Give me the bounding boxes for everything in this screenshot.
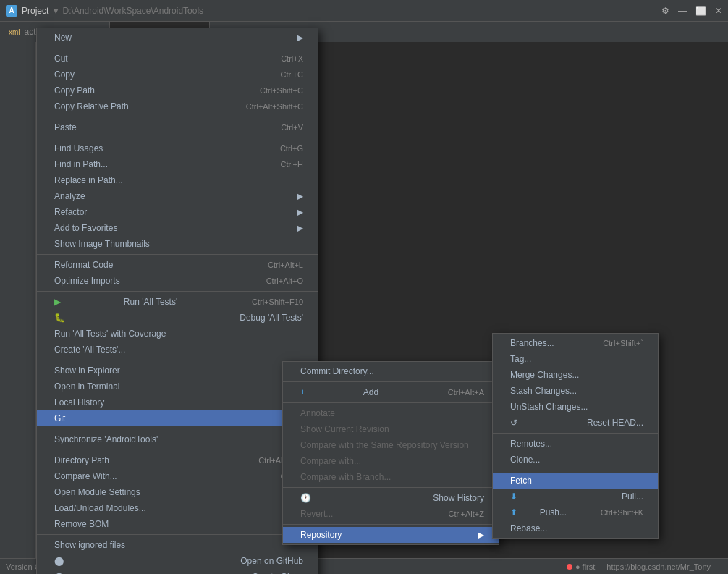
menu-item-copy-relative-path[interactable]: Copy Relative Path Ctrl+Alt+Shift+C xyxy=(37,98,318,114)
menu-item-find-in-path[interactable]: Find in Path... Ctrl+H xyxy=(37,156,318,172)
tab-xml-icon: xml xyxy=(9,28,20,36)
git-menu-show-history[interactable]: 🕐 Show History xyxy=(283,490,499,506)
menu-item-create-all-tests[interactable]: Create 'All Tests'... xyxy=(37,342,318,358)
git-menu-add[interactable]: + Add Ctrl+Alt+A xyxy=(283,384,499,400)
menu-item-debug-all-tests[interactable]: 🐛 Debug 'All Tests' xyxy=(37,310,318,326)
menu-item-new[interactable]: New ▶ xyxy=(37,30,318,46)
copy-path-shortcut: Ctrl+Shift+C xyxy=(260,86,303,95)
menu-item-find-in-path-label: Find in Path... xyxy=(54,159,108,169)
revert-shortcut: Ctrl+Alt+Z xyxy=(448,510,484,518)
menu-item-open-in-terminal[interactable]: Open in Terminal xyxy=(37,379,318,394)
repo-menu-rebase[interactable]: Rebase... xyxy=(493,520,658,536)
menu-item-paste[interactable]: Paste Ctrl+V xyxy=(37,119,318,135)
menu-item-find-usages[interactable]: Find Usages Ctrl+G xyxy=(37,140,318,156)
repo-menu-unstash-changes[interactable]: UnStash Changes... xyxy=(493,399,658,415)
add-icon: + xyxy=(300,387,305,397)
cut-shortcut: Ctrl+X xyxy=(281,54,303,63)
sep-1 xyxy=(37,48,318,48)
menu-item-directory-path-label: Directory Path xyxy=(54,455,109,465)
menu-item-run-all-tests[interactable]: ▶ Run 'All Tests' Ctrl+Shift+F10 xyxy=(37,294,318,310)
menu-item-show-ignored-files[interactable]: Show ignored files xyxy=(37,537,318,553)
menu-item-paste-label: Paste xyxy=(54,122,77,132)
sep-4 xyxy=(37,254,318,255)
repo-menu-pull[interactable]: ⬇ Pull... xyxy=(493,489,658,505)
sidebar xyxy=(0,42,36,574)
menu-item-replace-in-path[interactable]: Replace in Path... xyxy=(37,172,318,188)
favorites-arrow: ▶ xyxy=(297,223,303,233)
sep-6 xyxy=(37,360,318,360)
project-path: ▼ D:\Android\WorkSpace\AndroidTools xyxy=(51,6,203,16)
menu-item-remove-bom[interactable]: Remove BOM xyxy=(37,516,318,532)
menu-item-local-history[interactable]: Local History ▶ xyxy=(37,394,318,410)
maximize-button[interactable]: ⬜ xyxy=(695,6,706,16)
menu-item-create-gist[interactable]: ⬤ Create Gist... xyxy=(37,569,318,574)
menu-item-run-coverage[interactable]: Run 'All Tests' with Coverage xyxy=(37,326,318,342)
repo-sep-2 xyxy=(493,470,658,470)
repo-menu-fetch-label: Fetch xyxy=(510,476,532,486)
menu-item-open-module-settings-label: Open Module Settings xyxy=(54,487,140,497)
project-label: Project xyxy=(22,6,48,16)
menu-item-debug-all-tests-label: Debug 'All Tests' xyxy=(240,313,303,323)
close-button[interactable]: ✕ xyxy=(715,6,722,16)
git-menu-repository[interactable]: Repository ▶ xyxy=(283,527,499,543)
menu-item-open-on-github[interactable]: ⬤ Open on GitHub xyxy=(37,553,318,569)
repo-menu-fetch[interactable]: Fetch xyxy=(493,473,658,489)
menu-item-synchronize-label: Synchronize 'AndroidTools' xyxy=(54,434,158,444)
repo-menu-stash-changes[interactable]: Stash Changes... xyxy=(493,383,658,399)
settings-icon[interactable]: ⚙ xyxy=(661,6,669,16)
repo-menu-tag[interactable]: Tag... xyxy=(493,351,658,367)
menu-item-refactor[interactable]: Refactor ▶ xyxy=(37,204,318,220)
repo-menu-branches[interactable]: Branches... Ctrl+Shift+` xyxy=(493,335,658,351)
menu-item-run-all-tests-label: Run 'All Tests' xyxy=(124,297,177,307)
menu-item-new-label: New xyxy=(54,33,72,43)
menu-item-analyze[interactable]: Analyze ▶ xyxy=(37,188,318,204)
refactor-arrow: ▶ xyxy=(297,207,303,217)
history-icon: 🕐 xyxy=(300,493,311,503)
minimize-button[interactable]: — xyxy=(678,6,687,16)
git-menu-commit-directory[interactable]: Commit Directory... xyxy=(283,363,499,379)
git-menu-commit-directory-label: Commit Directory... xyxy=(300,366,374,376)
menu-item-show-image-thumbnails-label: Show Image Thumbnails xyxy=(54,239,150,249)
menu-item-load-unload-modules[interactable]: Load/Unload Modules... xyxy=(37,500,318,516)
menu-item-refactor-label: Refactor xyxy=(54,207,87,217)
menu-item-open-module-settings[interactable]: Open Module Settings F12 xyxy=(37,484,318,500)
repo-menu-stash-changes-label: Stash Changes... xyxy=(510,386,577,396)
menu-item-copy-label: Copy xyxy=(54,69,75,80)
repo-menu-merge-changes[interactable]: Merge Changes... xyxy=(493,367,658,383)
git-menu-show-current-revision: Show Current Revision xyxy=(283,421,499,437)
git-menu-compare-with-branch: Compare with Branch... xyxy=(283,469,499,485)
debug-icon: 🐛 xyxy=(54,313,65,323)
menu-item-synchronize[interactable]: Synchronize 'AndroidTools' xyxy=(37,431,318,447)
menu-item-run-coverage-label: Run 'All Tests' with Coverage xyxy=(54,329,166,339)
menu-item-git[interactable]: Git ▶ xyxy=(37,410,318,426)
window-controls[interactable]: ⚙ — ⬜ ✕ xyxy=(661,6,722,16)
menu-item-copy-path[interactable]: Copy Path Ctrl+Shift+C xyxy=(37,83,318,98)
git-menu-annotate: Annotate xyxy=(283,405,499,421)
context-menu-repository: Branches... Ctrl+Shift+` Tag... Merge Ch… xyxy=(492,333,659,539)
status-first-branch[interactable]: ● first xyxy=(567,562,595,571)
menu-item-compare-with[interactable]: Compare With... Ctrl+D xyxy=(37,468,318,484)
menu-item-show-image-thumbnails[interactable]: Show Image Thumbnails xyxy=(37,236,318,252)
menu-item-reformat-code-label: Reformat Code xyxy=(54,260,113,270)
menu-item-show-in-explorer[interactable]: Show in Explorer xyxy=(37,363,318,379)
git-sep-3 xyxy=(283,487,499,488)
menu-item-load-unload-modules-label: Load/Unload Modules... xyxy=(54,503,146,513)
menu-item-compare-with-label: Compare With... xyxy=(54,471,117,481)
menu-item-reformat-code[interactable]: Reformat Code Ctrl+Alt+L xyxy=(37,257,318,273)
context-menu-main: New ▶ Cut Ctrl+X Copy Ctrl+C Copy Path C… xyxy=(36,28,318,574)
menu-item-optimize-imports[interactable]: Optimize Imports Ctrl+Alt+O xyxy=(37,273,318,289)
push-icon: ⬆ xyxy=(510,507,517,518)
repo-menu-reset-head-label: Reset HEAD... xyxy=(587,418,643,428)
menu-item-cut[interactable]: Cut Ctrl+X xyxy=(37,51,318,67)
repo-menu-clone[interactable]: Clone... xyxy=(493,452,658,468)
repo-menu-remotes[interactable]: Remotes... xyxy=(493,436,658,452)
menu-item-directory-path[interactable]: Directory Path Ctrl+Alt+F12 xyxy=(37,452,318,468)
repo-menu-push[interactable]: ⬆ Push... Ctrl+Shift+K xyxy=(493,505,658,520)
menu-item-open-on-github-label: Open on GitHub xyxy=(240,556,303,566)
menu-item-add-to-favorites-label: Add to Favorites xyxy=(54,223,117,233)
find-usages-shortcut: Ctrl+G xyxy=(280,144,303,153)
repo-menu-reset-head[interactable]: ↺ Reset HEAD... xyxy=(493,415,658,431)
menu-item-add-to-favorites[interactable]: Add to Favorites ▶ xyxy=(37,220,318,236)
menu-item-copy[interactable]: Copy Ctrl+C xyxy=(37,67,318,83)
status-url: https://blog.csdn.net/Mr_Tony xyxy=(606,562,711,571)
